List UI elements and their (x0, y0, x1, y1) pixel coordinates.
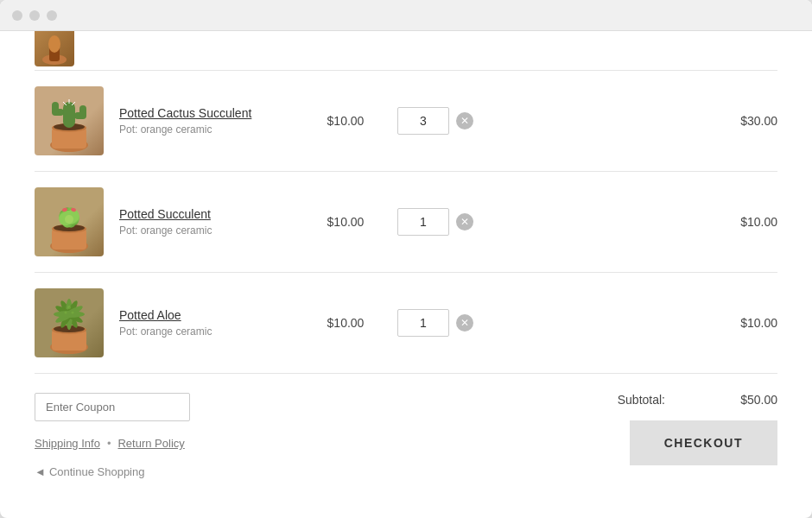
maximize-button-icon[interactable] (47, 10, 57, 21)
svg-point-38 (67, 306, 71, 309)
subtotal-label: Subtotal: (618, 393, 665, 407)
svg-rect-11 (79, 105, 86, 117)
svg-point-39 (65, 312, 67, 314)
link-separator: • (107, 437, 111, 450)
cart-item-cactus: Potted Cactus Succulent Pot: orange cera… (35, 71, 777, 172)
aloe-image (35, 288, 104, 357)
succulent-price: $10.00 (294, 215, 397, 229)
svg-point-37 (54, 311, 85, 318)
minimize-button-icon[interactable] (29, 10, 40, 21)
cactus-image (35, 86, 104, 155)
cart-right-summary: Subtotal: $50.00 CHECKOUT (618, 393, 777, 465)
aloe-qty-container: ✕ (397, 309, 510, 337)
cactus-price: $10.00 (294, 114, 397, 128)
succulent-name[interactable]: Potted Succulent (119, 207, 294, 221)
aloe-name[interactable]: Potted Aloe (119, 308, 294, 322)
cart-bottom: Shipping Info • Return Policy ◄ Continue… (35, 374, 777, 478)
shipping-info-link[interactable]: Shipping Info (35, 437, 100, 450)
subtotal-row: Subtotal: $50.00 (618, 393, 777, 407)
cactus-qty-container: ✕ (397, 107, 510, 135)
svg-rect-7 (63, 102, 75, 128)
cactus-name[interactable]: Potted Cactus Succulent (119, 106, 294, 120)
succulent-info: Potted Succulent Pot: orange ceramic (104, 207, 294, 237)
cart-item-succulent: Potted Succulent Pot: orange ceramic $10… (35, 172, 777, 273)
continue-shopping-link[interactable]: ◄ Continue Shopping (35, 465, 600, 478)
svg-point-2 (48, 35, 60, 53)
succulent-total: $10.00 (510, 215, 777, 229)
cactus-variant: Pot: orange ceramic (119, 123, 294, 136)
return-policy-link[interactable]: Return Policy (117, 437, 184, 450)
succulent-variant: Pot: orange ceramic (119, 224, 294, 237)
succulent-qty-container: ✕ (397, 208, 510, 236)
cart-item-aloe: Potted Aloe Pot: orange ceramic $10.00 ✕… (35, 273, 777, 374)
cactus-qty-input[interactable] (397, 107, 449, 135)
continue-shopping-label: Continue Shopping (49, 465, 145, 478)
title-bar (0, 0, 812, 31)
back-arrow-icon: ◄ (35, 465, 46, 478)
succulent-image (35, 187, 104, 256)
coupon-input[interactable] (35, 393, 190, 421)
app-window: Potted Cactus Succulent Pot: orange cera… (0, 0, 812, 518)
succulent-remove-button[interactable]: ✕ (456, 213, 473, 231)
svg-point-40 (72, 312, 74, 314)
close-button-icon[interactable] (12, 10, 22, 21)
partial-item-image (35, 31, 74, 66)
aloe-variant: Pot: orange ceramic (119, 325, 294, 338)
cart-left-actions: Shipping Info • Return Policy ◄ Continue… (35, 393, 600, 478)
cart-content: Potted Cactus Succulent Pot: orange cera… (0, 31, 812, 518)
aloe-price: $10.00 (294, 316, 397, 330)
cactus-remove-button[interactable]: ✕ (456, 112, 473, 130)
aloe-info: Potted Aloe Pot: orange ceramic (104, 308, 294, 338)
succulent-qty-input[interactable] (397, 208, 449, 236)
aloe-qty-input[interactable] (397, 309, 449, 337)
checkout-button[interactable]: CHECKOUT (630, 420, 777, 465)
subtotal-value: $50.00 (717, 393, 777, 407)
partial-item (35, 31, 777, 71)
policy-links: Shipping Info • Return Policy (35, 437, 600, 450)
cactus-info: Potted Cactus Succulent Pot: orange cera… (104, 106, 294, 136)
aloe-total: $10.00 (510, 316, 777, 330)
svg-point-25 (65, 215, 73, 224)
aloe-remove-button[interactable]: ✕ (456, 314, 473, 332)
cactus-total: $30.00 (510, 114, 777, 128)
svg-rect-9 (52, 102, 59, 114)
